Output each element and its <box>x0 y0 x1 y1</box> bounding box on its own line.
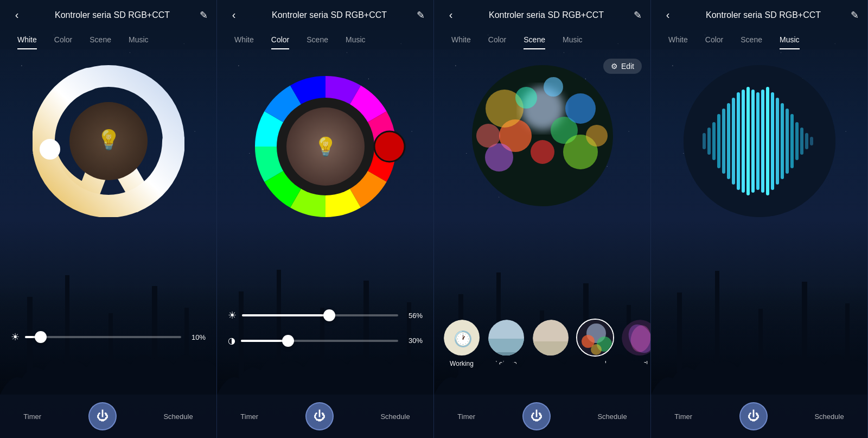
svg-rect-42 <box>727 103 730 179</box>
edit-icon[interactable]: ✎ <box>634 9 642 21</box>
color-wheel-container: 💡 <box>244 65 407 228</box>
brightness-slider[interactable]: ☀ 56% <box>228 309 423 321</box>
tab-music[interactable]: Music <box>120 30 157 49</box>
panel-scene: ‹ Kontroler seria SD RGB+CCT ✎ White Col… <box>434 0 651 438</box>
svg-point-3 <box>40 139 60 159</box>
saturation-track[interactable] <box>241 340 398 342</box>
music-visualizer <box>684 65 835 217</box>
color-wheel-svg[interactable]: 💡 <box>244 65 407 228</box>
contrast-icon: ◑ <box>228 335 235 346</box>
tabs: White Color Scene Music <box>217 30 433 49</box>
tab-color[interactable]: Color <box>697 30 732 49</box>
saturation-thumb[interactable] <box>282 335 294 347</box>
header-title: Kontroler seria SD RGB+CCT <box>242 10 417 20</box>
power-button[interactable]: ⏻ <box>739 402 768 430</box>
saturation-slider[interactable]: ◑ 30% <box>228 335 423 346</box>
svg-rect-57 <box>800 128 803 155</box>
brightness-track[interactable] <box>25 336 181 338</box>
brightness-value: 56% <box>404 312 423 320</box>
tab-music[interactable]: Music <box>554 30 591 49</box>
timer-button[interactable]: Timer <box>240 412 258 421</box>
brightness-value: 10% <box>187 333 206 341</box>
tab-music[interactable]: Music <box>337 30 374 49</box>
svg-rect-48 <box>756 92 760 190</box>
tab-color[interactable]: Color <box>46 30 81 49</box>
svg-rect-46 <box>746 87 750 195</box>
brightness-track[interactable] <box>242 314 398 316</box>
svg-rect-40 <box>717 114 720 168</box>
svg-rect-44 <box>737 92 740 190</box>
header-title: Kontroler seria SD RGB+CCT <box>676 10 851 20</box>
tab-scene[interactable]: Scene <box>732 30 771 49</box>
power-button[interactable]: ⏻ <box>522 402 551 430</box>
header: ‹ Kontroler seria SD RGB+CCT ✎ <box>0 0 216 30</box>
svg-rect-39 <box>712 122 716 160</box>
bottom-bar: Timer ⏻ Schedule <box>434 395 650 438</box>
tab-white[interactable]: White <box>443 30 480 49</box>
brightness-thumb[interactable] <box>35 331 47 343</box>
tab-white[interactable]: White <box>226 30 263 49</box>
edit-icon[interactable]: ✎ <box>417 9 425 21</box>
svg-rect-53 <box>781 103 784 179</box>
svg-point-20 <box>476 124 500 148</box>
schedule-button[interactable]: Schedule <box>163 412 193 421</box>
svg-point-14 <box>531 140 554 164</box>
tab-white[interactable]: White <box>9 30 46 49</box>
svg-rect-37 <box>703 133 706 149</box>
tabs: White Color Scene Music <box>434 30 650 49</box>
svg-rect-55 <box>790 114 794 168</box>
edit-label: Edit <box>621 62 634 71</box>
svg-rect-49 <box>761 90 764 193</box>
panel-white: ‹ Kontroler seria SD RGB+CCT ✎ White Col… <box>0 0 217 438</box>
svg-rect-56 <box>795 122 799 160</box>
svg-rect-47 <box>751 90 755 193</box>
header: ‹ Kontroler seria SD RGB+CCT ✎ <box>217 0 433 30</box>
schedule-button[interactable]: Schedule <box>814 412 844 421</box>
vegetation-svg <box>651 329 868 395</box>
brightness-icon: ☀ <box>11 331 20 343</box>
tab-music[interactable]: Music <box>771 30 808 49</box>
schedule-button[interactable]: Schedule <box>597 412 627 421</box>
bottom-bar: Timer ⏻ Schedule <box>0 395 216 438</box>
header: ‹ Kontroler seria SD RGB+CCT ✎ <box>434 0 650 30</box>
saturation-fill <box>241 340 288 342</box>
timer-button[interactable]: Timer <box>457 412 475 421</box>
power-button[interactable]: ⏻ <box>305 402 334 430</box>
brightness-thumb[interactable] <box>323 309 335 321</box>
back-button[interactable]: ‹ <box>9 9 25 21</box>
tab-color[interactable]: Color <box>263 30 298 49</box>
svg-text:💡: 💡 <box>96 128 120 151</box>
edit-bubble[interactable]: ⚙ Edit <box>603 59 642 74</box>
bokeh-svg <box>472 65 613 206</box>
svg-text:💡: 💡 <box>314 136 337 158</box>
schedule-button[interactable]: Schedule <box>380 412 410 421</box>
header: ‹ Kontroler seria SD RGB+CCT ✎ <box>651 0 867 30</box>
back-button[interactable]: ‹ <box>226 9 242 21</box>
svg-rect-41 <box>722 109 725 174</box>
back-button[interactable]: ‹ <box>443 9 459 21</box>
sliders-icon: ⚙ <box>611 62 618 71</box>
svg-rect-58 <box>805 133 808 149</box>
white-wheel-svg[interactable]: 💡 <box>33 65 184 217</box>
svg-point-7 <box>374 131 405 162</box>
svg-rect-45 <box>742 90 745 193</box>
tab-white[interactable]: White <box>660 30 697 49</box>
edit-icon[interactable]: ✎ <box>851 9 859 21</box>
svg-rect-50 <box>766 87 769 195</box>
power-button[interactable]: ⏻ <box>88 402 117 430</box>
svg-point-18 <box>586 125 608 147</box>
header-title: Kontroler seria SD RGB+CCT <box>459 10 634 20</box>
back-button[interactable]: ‹ <box>660 9 676 21</box>
timer-button[interactable]: Timer <box>674 412 692 421</box>
tab-scene[interactable]: Scene <box>515 30 554 49</box>
brightness-slider[interactable]: ☀ 10% <box>11 331 206 343</box>
tab-scene[interactable]: Scene <box>298 30 337 49</box>
tabs: White Color Scene Music <box>0 30 216 49</box>
tabs: White Color Scene Music <box>651 30 867 49</box>
svg-point-13 <box>565 93 596 124</box>
timer-button[interactable]: Timer <box>23 412 41 421</box>
svg-point-19 <box>544 77 563 97</box>
tab-color[interactable]: Color <box>480 30 515 49</box>
edit-icon[interactable]: ✎ <box>200 9 208 21</box>
tab-scene[interactable]: Scene <box>81 30 120 49</box>
